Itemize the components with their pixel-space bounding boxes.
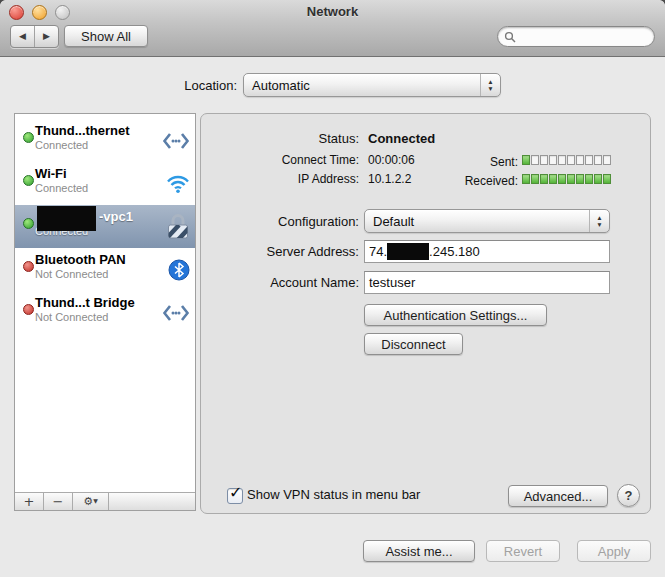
interface-name: Thund...thernet (35, 123, 163, 138)
interface-name: -vpc1 (35, 209, 163, 224)
redaction-box (37, 206, 96, 231)
location-value: Automatic (244, 78, 480, 93)
help-button[interactable]: ? (617, 484, 640, 507)
vpn-status-checkbox-label: Show VPN status in menu bar (247, 487, 420, 502)
interface-row-thunderbolt-bridge[interactable]: Thund...t Bridge Not Connected (15, 291, 195, 334)
vpn-lock-icon (166, 212, 190, 242)
remove-interface-button[interactable]: − (44, 493, 73, 510)
interface-list-footer: + − ⚙▼ (15, 492, 195, 510)
connect-time-label: Connect Time: (201, 153, 359, 167)
connect-time-value: 00:00:06 (368, 153, 415, 167)
title-bar: Network ◀ ▶ Show All (0, 0, 665, 57)
configuration-popup[interactable]: Default (364, 209, 610, 233)
interface-name: Wi-Fi (35, 166, 163, 181)
add-interface-button[interactable]: + (15, 493, 44, 510)
status-value: Connected (368, 131, 435, 146)
back-button[interactable]: ◀ (11, 26, 35, 47)
disconnect-button[interactable]: Disconnect (364, 333, 463, 355)
location-popup[interactable]: Automatic (243, 73, 501, 97)
window-title: Network (0, 4, 665, 19)
detail-panel: Status: Connected Connect Time: 00:00:06… (200, 113, 651, 514)
interface-row-bluetooth-pan[interactable]: Bluetooth PAN Not Connected (15, 248, 195, 291)
interface-name: Bluetooth PAN (35, 252, 163, 267)
interface-list: Thund...thernet Connected Wi-Fi Connecte… (14, 113, 196, 511)
status-label: Status: (201, 131, 359, 146)
forward-button[interactable]: ▶ (35, 26, 58, 47)
status-dot-green-icon (23, 132, 34, 143)
sent-meter (522, 155, 612, 165)
status-dot-green-icon (23, 218, 34, 229)
revert-button[interactable]: Revert (486, 540, 560, 562)
ip-address-value: 10.1.2.2 (368, 172, 411, 186)
interface-status: Connected (35, 182, 163, 194)
show-all-button[interactable]: Show All (64, 25, 148, 47)
interface-row-vpn[interactable]: -vpc1 Connected (15, 205, 195, 248)
popup-arrows-icon (589, 210, 609, 232)
apply-button[interactable]: Apply (577, 540, 651, 562)
configuration-label: Configuration: (201, 214, 359, 229)
received-meter (522, 174, 612, 184)
status-dot-red-icon (23, 261, 34, 272)
account-name-value: testuser (369, 275, 415, 290)
ethernet-icon (162, 304, 190, 321)
bluetooth-icon (168, 259, 190, 281)
interface-actions-button[interactable]: ⚙▼ (73, 493, 109, 510)
server-address-before: 74. (369, 244, 387, 259)
search-field[interactable] (497, 26, 655, 47)
interface-status: Not Connected (35, 268, 163, 280)
authentication-settings-button[interactable]: Authentication Settings... (364, 304, 547, 326)
search-input[interactable] (516, 29, 648, 45)
advanced-button[interactable]: Advanced... (508, 485, 608, 507)
sent-label: Sent: (431, 155, 518, 169)
redaction-box (387, 243, 429, 260)
status-dot-green-icon (23, 175, 34, 186)
interface-row-wifi[interactable]: Wi-Fi Connected (15, 162, 195, 205)
received-label: Received: (431, 174, 518, 188)
assist-me-button[interactable]: Assist me... (363, 540, 475, 562)
ip-address-label: IP Address: (201, 172, 359, 186)
search-icon (504, 31, 516, 43)
interface-status: Not Connected (35, 311, 163, 323)
chevron-down-icon: ▼ (93, 497, 98, 504)
server-address-after: .245.180 (429, 244, 480, 259)
status-dot-red-icon (23, 304, 34, 315)
configuration-value: Default (365, 214, 589, 229)
gear-icon: ⚙ (83, 495, 93, 508)
network-preferences-window: Network ◀ ▶ Show All Location: Automatic… (0, 0, 665, 577)
location-label: Location: (120, 78, 237, 93)
wifi-icon (166, 174, 190, 193)
ethernet-icon (162, 132, 190, 149)
account-name-label: Account Name: (201, 275, 359, 290)
interface-name: Thund...t Bridge (35, 295, 163, 310)
popup-arrows-icon (480, 74, 500, 96)
server-address-field[interactable]: 74..245.180 (364, 240, 610, 263)
nav-buttons: ◀ ▶ (10, 25, 59, 48)
server-address-label: Server Address: (201, 244, 359, 259)
vpn-status-checkbox[interactable] (227, 488, 243, 504)
interface-row-thunderbolt-ethernet[interactable]: Thund...thernet Connected (15, 119, 195, 162)
interface-status: Connected (35, 139, 163, 151)
account-name-field[interactable]: testuser (364, 271, 610, 294)
